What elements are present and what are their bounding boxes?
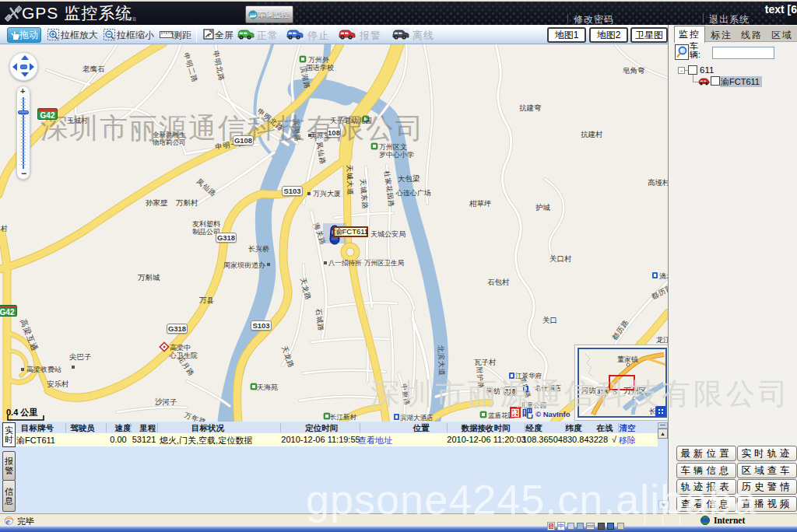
- svg-text:天子君幼儿园: 天子君幼儿园: [330, 117, 372, 124]
- svg-text:万州区文: 万州区文: [379, 143, 407, 151]
- svg-text:董家镇: 董家镇: [617, 355, 638, 363]
- svg-text:尖巴子: 尖巴子: [69, 352, 92, 361]
- svg-text:抗建村: 抗建村: [581, 130, 603, 138]
- svg-text:高梁中: 高梁中: [170, 344, 191, 352]
- svg-text:万兴大厦: 万兴大厦: [313, 190, 341, 198]
- svg-text:北滨大道: 北滨大道: [437, 345, 446, 376]
- svg-text:天城公安局: 天城公安局: [370, 230, 406, 238]
- svg-text:天海苑: 天海苑: [257, 383, 278, 391]
- svg-text:万县: 万县: [199, 296, 214, 304]
- svg-text:滴水: 滴水: [659, 272, 668, 280]
- svg-text:周家坝街道办: 周家坝街道办: [223, 261, 265, 269]
- svg-text:石包村: 石包村: [487, 278, 510, 286]
- svg-text:友利塑料: 友利塑料: [192, 220, 220, 228]
- svg-text:玉城村: 玉城村: [67, 117, 88, 124]
- svg-text:河纺: 河纺: [486, 387, 500, 395]
- svg-text:高梁收费站: 高梁收费站: [26, 366, 61, 373]
- svg-text:万州外: 万州外: [308, 56, 330, 64]
- svg-text:沙河子: 沙河子: [155, 397, 177, 406]
- svg-text:滨湖大酒店: 滨湖大酒店: [400, 414, 434, 422]
- svg-text:天城大道: 天城大道: [346, 165, 354, 196]
- svg-text:万斛城: 万斛城: [138, 273, 160, 282]
- svg-text:河纺: 河纺: [581, 387, 595, 394]
- svg-text:孙家壁: 孙家壁: [146, 198, 168, 207]
- svg-text:图: 图: [511, 408, 520, 418]
- svg-text:318: 318: [597, 388, 608, 395]
- svg-text:© NavInfo: © NavInfo: [535, 410, 571, 418]
- svg-text:老鹰石: 老鹰石: [83, 65, 105, 73]
- svg-text:长兴桥: 长兴桥: [248, 245, 269, 253]
- svg-text:万斛村: 万斛村: [176, 198, 198, 207]
- svg-text:吧: 吧: [522, 408, 533, 419]
- svg-text:心连心广场: 心连心广场: [395, 189, 431, 197]
- svg-text:物培莉公司: 物培莉公司: [152, 138, 186, 146]
- svg-text:大包梁: 大包梁: [398, 174, 420, 183]
- svg-text:长江新村: 长江新村: [330, 413, 357, 421]
- svg-text:全新群雕生: 全新群雕生: [153, 131, 186, 138]
- svg-text:万州区卫生局: 万州区卫生局: [364, 259, 404, 267]
- svg-text:村: 村: [0, 225, 8, 233]
- svg-text:罗中心小学: 罗中心小学: [379, 151, 414, 159]
- svg-text:e: e: [6, 516, 10, 526]
- svg-text:龙江: 龙江: [656, 336, 668, 344]
- svg-text:国语学校: 国语学校: [306, 64, 334, 72]
- svg-text:关口村: 关口村: [549, 254, 572, 263]
- svg-text:瓦子村: 瓦子村: [474, 358, 497, 366]
- svg-text:皂角弯: 皂角弯: [622, 66, 645, 75]
- svg-text:安乐村: 安乐村: [47, 380, 69, 388]
- svg-text:名仕酒店: 名仕酒店: [535, 384, 561, 392]
- svg-text:护城: 护城: [535, 203, 551, 212]
- svg-text:柑草坪: 柑草坪: [469, 199, 492, 208]
- svg-text:抗建弯: 抗建弯: [519, 103, 542, 112]
- svg-text:八一招待所: 八一招待所: [328, 259, 362, 267]
- svg-text:高垭村: 高垭村: [648, 178, 668, 187]
- svg-text:关口: 关口: [542, 316, 557, 324]
